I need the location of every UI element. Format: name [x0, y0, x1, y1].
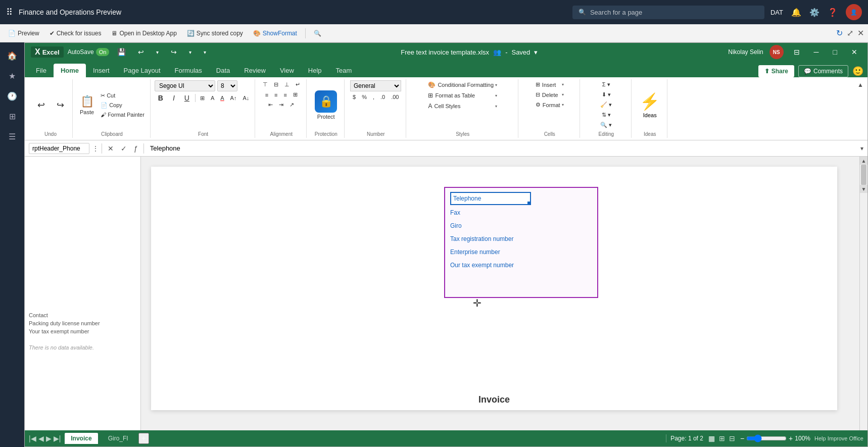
align-right-button[interactable]: ≡ — [281, 90, 289, 99]
formula-input[interactable] — [147, 143, 857, 153]
sheet-tab-invoice[interactable]: Invoice — [65, 433, 98, 444]
sheet-last-button[interactable]: ▶| — [54, 434, 61, 442]
sidebar-recent-icon[interactable]: 🕐 — [3, 87, 21, 105]
orientation-button[interactable]: ↗ — [287, 101, 297, 109]
scroll-down-button[interactable]: ▼ — [860, 185, 867, 193]
zoom-out-button[interactable]: − — [740, 434, 744, 442]
settings-icon[interactable]: ⚙️ — [809, 8, 819, 17]
scroll-thumb[interactable] — [861, 165, 866, 185]
tab-team[interactable]: Team — [329, 64, 359, 77]
ribbon-display-icon[interactable]: ⊟ — [790, 46, 804, 58]
percent-button[interactable]: % — [359, 93, 369, 101]
cell-telephone[interactable]: Telephone — [450, 192, 531, 205]
sidebar-home-icon[interactable]: 🏠 — [3, 46, 21, 65]
conditional-formatting-button[interactable]: 🎨 Conditional Formatting ▾ — [425, 80, 500, 89]
copy-button[interactable]: 📄 Copy — [98, 101, 147, 110]
page-break-view-button[interactable]: ⊟ — [728, 433, 736, 443]
ideas-button[interactable]: ⚡ Ideas — [636, 90, 664, 120]
font-color-button[interactable]: A — [218, 94, 226, 102]
align-middle-button[interactable]: ⊟ — [271, 80, 281, 89]
undo-icon[interactable]: ↩ — [134, 46, 148, 58]
tab-view[interactable]: View — [273, 64, 301, 77]
insert-function-button[interactable]: ƒ — [131, 143, 140, 154]
italic-button[interactable]: I — [168, 93, 180, 103]
add-sheet-button[interactable]: + — [138, 433, 149, 444]
redo-button[interactable]: ↪ — [51, 98, 69, 112]
align-left-button[interactable]: ≡ — [263, 90, 271, 99]
undo-button[interactable]: ↩ — [32, 98, 50, 112]
check-issues-button[interactable]: ✔ Check for issues — [45, 28, 106, 39]
tab-review[interactable]: Review — [237, 64, 273, 77]
search-bar[interactable]: 🔍 Search for a page — [572, 6, 764, 19]
cell-enterprise[interactable]: Enterprise number — [450, 249, 500, 256]
sidebar-modules-icon[interactable]: ⊞ — [3, 107, 21, 125]
autosum-button[interactable]: Σ ▾ — [600, 80, 613, 89]
cell-handle[interactable] — [527, 202, 531, 205]
scroll-up-button[interactable]: ▲ — [860, 157, 867, 165]
protect-button[interactable]: 🔒 Protect — [311, 88, 341, 122]
autosave-toggle[interactable]: AutoSave On — [68, 48, 110, 56]
normal-view-button[interactable]: ▦ — [707, 433, 716, 443]
name-box[interactable] — [29, 143, 89, 154]
tab-home[interactable]: Home — [54, 64, 86, 77]
saved-dropdown-icon[interactable]: ▾ — [534, 48, 538, 56]
align-center-button[interactable]: ≡ — [272, 90, 280, 99]
save-icon[interactable]: 💾 — [113, 46, 130, 58]
show-format-button[interactable]: 🎨 ShowFormat — [249, 28, 301, 39]
sheet-prev-button[interactable]: ◀ — [38, 434, 44, 442]
tab-file[interactable]: File — [29, 64, 54, 77]
comments-button[interactable]: 💬 Comments — [798, 65, 848, 77]
help-icon[interactable]: ❓ — [828, 8, 838, 17]
number-format-select[interactable]: General — [350, 80, 401, 91]
refresh-button[interactable]: ↻ — [836, 28, 843, 38]
tab-formulas[interactable]: Formulas — [168, 64, 209, 77]
indent-increase-button[interactable]: ⇥ — [276, 101, 286, 109]
insert-button[interactable]: ⊞ Insert ▾ — [533, 80, 566, 89]
waffle-menu-icon[interactable]: ⠿ — [6, 7, 13, 18]
format-as-table-button[interactable]: ⊞ Format as Table ▾ — [425, 91, 500, 100]
undo-dropdown-icon[interactable]: ▾ — [152, 47, 163, 57]
redo-icon[interactable]: ↪ — [167, 46, 181, 58]
wrap-text-button[interactable]: ↵ — [293, 80, 303, 89]
sheet-tab-giro[interactable]: Giro_FI — [102, 433, 134, 444]
collapse-ribbon-button[interactable]: ▲ — [857, 81, 863, 88]
formula-expand-button[interactable]: ▾ — [860, 145, 863, 152]
share-button[interactable]: ⬆ Share — [758, 65, 794, 77]
comma-button[interactable]: , — [370, 93, 377, 101]
minimize-button[interactable]: ─ — [810, 46, 823, 58]
cell-fax[interactable]: Fax — [450, 209, 460, 216]
expand-button[interactable]: ⤢ — [847, 28, 853, 38]
user-avatar[interactable]: 👤 — [846, 4, 862, 20]
sidebar-star-icon[interactable]: ★ — [3, 67, 21, 85]
search-button-2[interactable]: 🔍 — [310, 28, 325, 39]
indent-decrease-button[interactable]: ⇤ — [266, 101, 275, 109]
close-second-bar-button[interactable]: ✕ — [857, 28, 864, 38]
tab-insert[interactable]: Insert — [86, 64, 117, 77]
cell-styles-button[interactable]: A Cell Styles ▾ — [425, 102, 500, 111]
redo-dropdown-icon[interactable]: ▾ — [185, 47, 196, 57]
font-select[interactable]: Segoe UI — [155, 80, 215, 91]
zoom-slider[interactable] — [746, 434, 787, 442]
font-size-select[interactable]: 8 — [217, 80, 237, 91]
preview-button[interactable]: 📄 Preview — [4, 28, 43, 39]
cell-giro[interactable]: Giro — [450, 222, 462, 229]
cell-tax-exempt[interactable]: Our tax exempt number — [450, 262, 514, 269]
name-box-expand-icon[interactable]: ⋮ — [92, 145, 99, 152]
page-layout-view-button[interactable]: ⊞ — [718, 433, 726, 443]
find-select-button[interactable]: 🔍 ▾ — [598, 121, 614, 129]
tab-data[interactable]: Data — [209, 64, 237, 77]
sort-filter-button[interactable]: ⇅ ▾ — [599, 111, 613, 119]
delete-button[interactable]: ⊟ Delete ▾ — [533, 90, 566, 99]
close-button[interactable]: ✕ — [847, 46, 861, 58]
align-top-button[interactable]: ⊤ — [260, 80, 270, 89]
paste-button[interactable]: 📋 Paste — [77, 93, 97, 117]
align-bottom-button[interactable]: ⊥ — [282, 80, 292, 89]
cancel-formula-button[interactable]: ✕ — [105, 143, 116, 154]
decrease-decimal-button[interactable]: .00 — [389, 93, 401, 101]
cut-button[interactable]: ✂ Cut — [98, 91, 147, 100]
clear-button[interactable]: 🧹 ▾ — [598, 101, 614, 109]
format-button[interactable]: ⚙ Format ▾ — [533, 101, 566, 109]
underline-button[interactable]: U — [181, 93, 193, 103]
currency-button[interactable]: $ — [350, 93, 358, 101]
format-painter-button[interactable]: 🖌 Format Painter — [98, 111, 147, 119]
